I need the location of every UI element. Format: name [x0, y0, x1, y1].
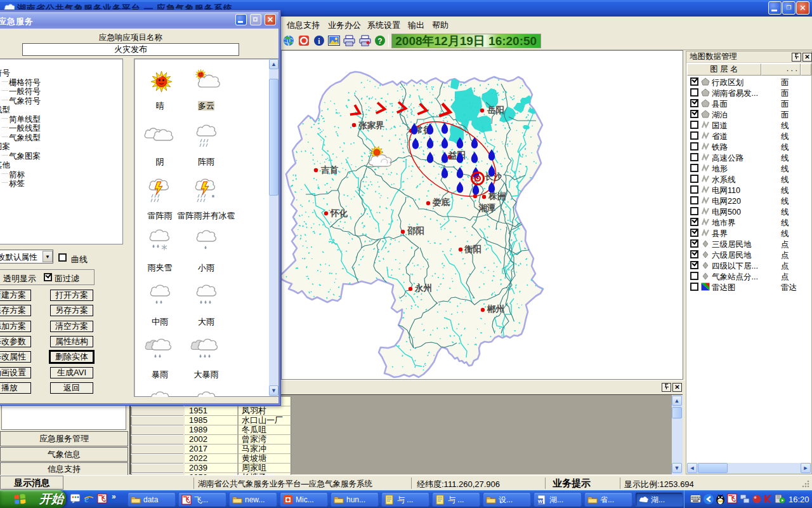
- svg-text:W: W: [538, 498, 543, 504]
- svg-text:飞: 飞: [183, 496, 190, 504]
- svg-text:郴州: 郴州: [487, 304, 504, 314]
- svg-text:e: e: [84, 493, 89, 504]
- svg-text:张家界: 张家界: [358, 121, 384, 130]
- svg-text:飞: 飞: [728, 495, 736, 502]
- svg-text:飞: 飞: [98, 495, 106, 502]
- svg-text:永州: 永州: [414, 283, 432, 293]
- svg-text:娄底: 娄底: [432, 197, 450, 207]
- svg-text:衡阳: 衡阳: [464, 244, 481, 254]
- svg-text:岳阳: 岳阳: [487, 105, 504, 115]
- svg-text:湘潭: 湘潭: [478, 203, 496, 213]
- svg-text:?: ?: [377, 37, 382, 46]
- svg-text:怀化: 怀化: [330, 208, 348, 218]
- svg-text:吉首: 吉首: [320, 165, 339, 175]
- svg-text:邵阳: 邵阳: [407, 226, 424, 236]
